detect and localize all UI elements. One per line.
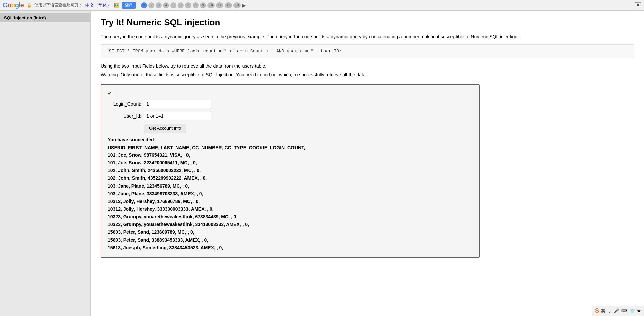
page-next-arrow[interactable]: ▶ [242,3,246,8]
page-circle-10[interactable]: 10 [207,2,215,8]
page-circle-13[interactable]: 13 [233,2,241,8]
get-account-info-button[interactable]: Get Account Info [144,124,186,133]
table-row: 102, John, Smith, 4352209902222, AMEX, ,… [108,175,473,182]
page-circle-4[interactable]: 4 [163,2,169,8]
page-circle-5[interactable]: 5 [170,2,176,8]
sougou-bar: S 英 ， 🎤 ⌨ 👕 ★ [592,306,644,316]
table-row: 10323, Grumpy, youaretheweakestlink, 334… [108,221,473,228]
form-box: ✔ Login_Count: User_Id: Get Account Info… [101,84,480,258]
instruction: Using the two Input Fields below, try to… [101,63,634,69]
data-rows-container: 101, Joe, Snow, 987654321, VISA, , 0,101… [108,152,473,251]
page-circle-11[interactable]: 11 [216,2,223,8]
page-circle-3[interactable]: 3 [156,2,162,8]
login-count-input[interactable] [144,100,211,108]
page-circle-12[interactable]: 12 [225,2,232,8]
warning: Warning: Only one of these fields is sus… [101,72,634,77]
code-block: "SELECT * FROM user_data WHERE login_cou… [101,44,634,58]
page-circle-1[interactable]: 1 [141,2,147,8]
main-content: Try It! Numeric SQL injection The query … [91,11,644,316]
columns-header: USERID, FIRST_NAME, LAST_NAME, CC_NUMBER… [108,145,473,150]
login-count-label: Login_Count: [108,101,141,107]
translate-notice: 使用以下语言查看此网页： [34,2,83,8]
page-circle-2[interactable]: 2 [148,2,154,8]
sougou-lang: 英 [601,308,605,314]
table-row: 103, Jane, Plane, 123456789, MC, , 0, [108,182,473,190]
google-logo: Google [3,1,24,9]
image-icon: 🖼️ [114,3,119,8]
top-bar: Google 🔒 使用以下语言查看此网页： 中文（简体） 🖼️ 翻译 1 2 3… [0,0,644,11]
table-row: 103, Jane, Plane, 333498703333, AMEX, , … [108,190,473,197]
page-circle-8[interactable]: 8 [193,2,199,8]
page-title: Try It! Numeric SQL injection [101,17,634,28]
translate-button[interactable]: 翻译 [122,2,136,9]
sougou-mic-icon[interactable]: 🎤 [614,308,619,313]
table-row: 10323, Grumpy, youaretheweakestlink, 673… [108,213,473,220]
success-header: You have succeeded: [108,137,473,142]
sidebar: SQL Injection (intro) [0,11,91,316]
user-id-label: User_Id: [108,113,141,119]
login-count-row: Login_Count: [108,100,473,108]
results: You have succeeded: USERID, FIRST_NAME, … [108,137,473,251]
table-row: 15613, Joesph, Something, 33843453533, A… [108,244,473,251]
table-row: 10312, Jolly, Hershey, 333300003333, AME… [108,206,473,213]
sougou-star-icon[interactable]: ★ [637,308,641,313]
table-row: 15603, Peter, Sand, 123609789, MC, , 0, [108,229,473,236]
page-circle-7[interactable]: 7 [185,2,191,8]
table-row: 101, Joe, Snow, 987654321, VISA, , 0, [108,152,473,159]
description: The query in the code builds a dynamic q… [101,33,634,40]
lock-icon: 🔒 [26,3,32,8]
sougou-shirt-icon[interactable]: 👕 [630,308,635,313]
translate-link[interactable]: 中文（简体） [85,2,111,8]
sougou-keyboard-icon[interactable]: ⌨ [621,308,628,313]
table-row: 15603, Peter, Sand, 338893453333, AMEX, … [108,236,473,244]
layout: SQL Injection (intro) Try It! Numeric SQ… [0,11,644,316]
sidebar-item-sql-injection-intro[interactable]: SQL Injection (intro) [0,13,90,22]
table-row: 102, John, Smith, 2435600002222, MC, , 0… [108,167,473,174]
checkmark-icon: ✔ [108,90,473,96]
user-id-row: User_Id: [108,112,473,120]
sougou-logo: S [595,307,599,314]
page-circles: 1 2 3 4 5 6 7 8 9 10 11 12 13 ▶ [141,2,246,8]
user-id-input[interactable] [144,112,211,120]
page-circle-6[interactable]: 6 [178,2,184,8]
sougou-separator: ， [607,308,612,314]
table-row: 10312, Jolly, Hershey, 176896789, MC, , … [108,198,473,205]
table-row: 101, Joe, Snow, 2234200065411, MC, , 0, [108,159,473,166]
close-button[interactable]: ✕ [635,2,641,8]
page-circle-9[interactable]: 9 [200,2,206,8]
